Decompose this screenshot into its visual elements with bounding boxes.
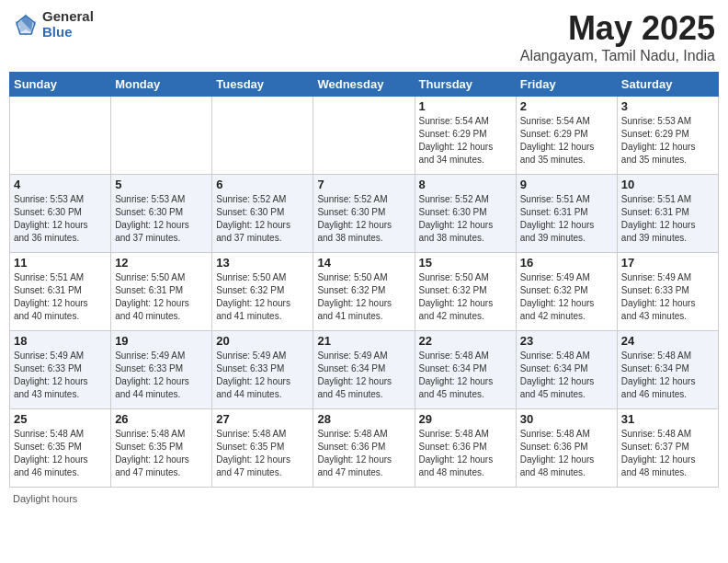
header-monday: Monday xyxy=(111,73,212,97)
calendar-cell: 1Sunrise: 5:54 AM Sunset: 6:29 PM Daylig… xyxy=(415,97,516,175)
calendar-cell: 30Sunrise: 5:48 AM Sunset: 6:36 PM Dayli… xyxy=(516,409,617,488)
cell-info: Sunrise: 5:48 AM Sunset: 6:36 PM Dayligh… xyxy=(520,428,613,479)
logo-general: General xyxy=(42,9,94,25)
calendar-cell: 21Sunrise: 5:49 AM Sunset: 6:34 PM Dayli… xyxy=(313,331,415,409)
day-number: 11 xyxy=(14,256,107,270)
header-thursday: Thursday xyxy=(415,73,516,97)
cell-info: Sunrise: 5:48 AM Sunset: 6:37 PM Dayligh… xyxy=(621,428,714,479)
calendar-cell xyxy=(111,97,212,175)
calendar-cell: 23Sunrise: 5:48 AM Sunset: 6:34 PM Dayli… xyxy=(516,331,617,409)
calendar-cell: 5Sunrise: 5:53 AM Sunset: 6:30 PM Daylig… xyxy=(111,175,212,253)
calendar-location: Alangayam, Tamil Nadu, India xyxy=(520,48,715,64)
calendar-cell: 29Sunrise: 5:48 AM Sunset: 6:36 PM Dayli… xyxy=(415,409,516,488)
cell-info: Sunrise: 5:53 AM Sunset: 6:30 PM Dayligh… xyxy=(14,193,107,245)
day-number: 10 xyxy=(621,178,714,191)
cell-info: Sunrise: 5:48 AM Sunset: 6:34 PM Dayligh… xyxy=(520,350,613,401)
calendar-cell: 10Sunrise: 5:51 AM Sunset: 6:31 PM Dayli… xyxy=(617,175,718,253)
day-number: 31 xyxy=(621,412,714,426)
cell-info: Sunrise: 5:49 AM Sunset: 6:34 PM Dayligh… xyxy=(317,350,410,401)
cell-info: Sunrise: 5:54 AM Sunset: 6:29 PM Dayligh… xyxy=(419,115,512,167)
calendar-cell: 25Sunrise: 5:48 AM Sunset: 6:35 PM Dayli… xyxy=(10,409,111,488)
cell-info: Sunrise: 5:53 AM Sunset: 6:29 PM Dayligh… xyxy=(621,115,714,167)
cell-info: Sunrise: 5:50 AM Sunset: 6:32 PM Dayligh… xyxy=(216,271,309,323)
day-number: 8 xyxy=(419,178,512,191)
calendar-cell: 24Sunrise: 5:48 AM Sunset: 6:34 PM Dayli… xyxy=(617,331,718,409)
logo-icon xyxy=(13,12,39,38)
calendar-cell xyxy=(212,97,313,175)
calendar-cell: 22Sunrise: 5:48 AM Sunset: 6:34 PM Dayli… xyxy=(415,331,516,409)
day-number: 12 xyxy=(115,256,208,270)
cell-info: Sunrise: 5:51 AM Sunset: 6:31 PM Dayligh… xyxy=(520,193,613,245)
day-number: 27 xyxy=(216,412,309,426)
day-number: 3 xyxy=(621,99,714,113)
calendar-cell: 19Sunrise: 5:49 AM Sunset: 6:33 PM Dayli… xyxy=(111,331,212,409)
cell-info: Sunrise: 5:51 AM Sunset: 6:31 PM Dayligh… xyxy=(621,193,714,245)
cell-info: Sunrise: 5:50 AM Sunset: 6:31 PM Dayligh… xyxy=(115,271,208,323)
cell-info: Sunrise: 5:52 AM Sunset: 6:30 PM Dayligh… xyxy=(317,193,410,245)
calendar-cell: 4Sunrise: 5:53 AM Sunset: 6:30 PM Daylig… xyxy=(10,175,111,253)
calendar-header: SundayMondayTuesdayWednesdayThursdayFrid… xyxy=(10,73,719,97)
cell-info: Sunrise: 5:50 AM Sunset: 6:32 PM Dayligh… xyxy=(317,271,410,323)
calendar-cell: 16Sunrise: 5:49 AM Sunset: 6:32 PM Dayli… xyxy=(516,253,617,331)
cell-info: Sunrise: 5:48 AM Sunset: 6:35 PM Dayligh… xyxy=(14,428,107,479)
cell-info: Sunrise: 5:54 AM Sunset: 6:29 PM Dayligh… xyxy=(520,115,613,167)
logo: General Blue xyxy=(13,9,94,40)
week-row-4: 18Sunrise: 5:49 AM Sunset: 6:33 PM Dayli… xyxy=(10,331,719,409)
cell-info: Sunrise: 5:49 AM Sunset: 6:33 PM Dayligh… xyxy=(216,350,309,401)
calendar-cell: 15Sunrise: 5:50 AM Sunset: 6:32 PM Dayli… xyxy=(415,253,516,331)
calendar-cell: 26Sunrise: 5:48 AM Sunset: 6:35 PM Dayli… xyxy=(111,409,212,488)
day-number: 13 xyxy=(216,256,309,270)
day-number: 29 xyxy=(419,412,512,426)
day-number: 26 xyxy=(115,412,208,426)
cell-info: Sunrise: 5:48 AM Sunset: 6:35 PM Dayligh… xyxy=(216,428,309,479)
cell-info: Sunrise: 5:51 AM Sunset: 6:31 PM Dayligh… xyxy=(14,271,107,323)
header-row: SundayMondayTuesdayWednesdayThursdayFrid… xyxy=(10,73,719,97)
calendar-cell: 6Sunrise: 5:52 AM Sunset: 6:30 PM Daylig… xyxy=(212,175,313,253)
calendar-cell: 31Sunrise: 5:48 AM Sunset: 6:37 PM Dayli… xyxy=(617,409,718,488)
calendar-cell xyxy=(10,97,111,175)
day-number: 15 xyxy=(419,256,512,270)
day-number: 1 xyxy=(419,99,512,113)
calendar-cell: 12Sunrise: 5:50 AM Sunset: 6:31 PM Dayli… xyxy=(111,253,212,331)
calendar-cell xyxy=(313,97,415,175)
cell-info: Sunrise: 5:50 AM Sunset: 6:32 PM Dayligh… xyxy=(419,271,512,323)
day-number: 25 xyxy=(14,412,107,426)
week-row-2: 4Sunrise: 5:53 AM Sunset: 6:30 PM Daylig… xyxy=(10,175,719,253)
day-number: 4 xyxy=(14,178,107,191)
logo-text: General Blue xyxy=(42,9,94,40)
day-number: 5 xyxy=(115,178,208,191)
header-friday: Friday xyxy=(516,73,617,97)
day-number: 9 xyxy=(520,178,613,191)
day-number: 6 xyxy=(216,178,309,191)
day-number: 14 xyxy=(317,256,410,270)
calendar-cell: 14Sunrise: 5:50 AM Sunset: 6:32 PM Dayli… xyxy=(313,253,415,331)
cell-info: Sunrise: 5:52 AM Sunset: 6:30 PM Dayligh… xyxy=(216,193,309,245)
week-row-1: 1Sunrise: 5:54 AM Sunset: 6:29 PM Daylig… xyxy=(10,97,719,175)
calendar-cell: 18Sunrise: 5:49 AM Sunset: 6:33 PM Dayli… xyxy=(10,331,111,409)
calendar-cell: 28Sunrise: 5:48 AM Sunset: 6:36 PM Dayli… xyxy=(313,409,415,488)
calendar-cell: 17Sunrise: 5:49 AM Sunset: 6:33 PM Dayli… xyxy=(617,253,718,331)
cell-info: Sunrise: 5:49 AM Sunset: 6:33 PM Dayligh… xyxy=(621,271,714,323)
day-number: 24 xyxy=(621,334,714,348)
day-number: 28 xyxy=(317,412,410,426)
calendar-table: SundayMondayTuesdayWednesdayThursdayFrid… xyxy=(9,72,719,488)
calendar-title: May 2025 xyxy=(520,9,715,48)
header-sunday: Sunday xyxy=(10,73,111,97)
day-number: 7 xyxy=(317,178,410,191)
footer-daylight: Daylight hours xyxy=(9,493,719,504)
cell-info: Sunrise: 5:48 AM Sunset: 6:36 PM Dayligh… xyxy=(317,428,410,479)
cell-info: Sunrise: 5:48 AM Sunset: 6:34 PM Dayligh… xyxy=(419,350,512,401)
calendar-cell: 9Sunrise: 5:51 AM Sunset: 6:31 PM Daylig… xyxy=(516,175,617,253)
cell-info: Sunrise: 5:49 AM Sunset: 6:32 PM Dayligh… xyxy=(520,271,613,323)
day-number: 20 xyxy=(216,334,309,348)
calendar-cell: 3Sunrise: 5:53 AM Sunset: 6:29 PM Daylig… xyxy=(617,97,718,175)
cell-info: Sunrise: 5:52 AM Sunset: 6:30 PM Dayligh… xyxy=(419,193,512,245)
calendar-cell: 11Sunrise: 5:51 AM Sunset: 6:31 PM Dayli… xyxy=(10,253,111,331)
cell-info: Sunrise: 5:49 AM Sunset: 6:33 PM Dayligh… xyxy=(115,350,208,401)
day-number: 23 xyxy=(520,334,613,348)
header-wednesday: Wednesday xyxy=(313,73,415,97)
title-block: May 2025 Alangayam, Tamil Nadu, India xyxy=(520,9,715,64)
cell-info: Sunrise: 5:48 AM Sunset: 6:35 PM Dayligh… xyxy=(115,428,208,479)
cell-info: Sunrise: 5:53 AM Sunset: 6:30 PM Dayligh… xyxy=(115,193,208,245)
day-number: 16 xyxy=(520,256,613,270)
